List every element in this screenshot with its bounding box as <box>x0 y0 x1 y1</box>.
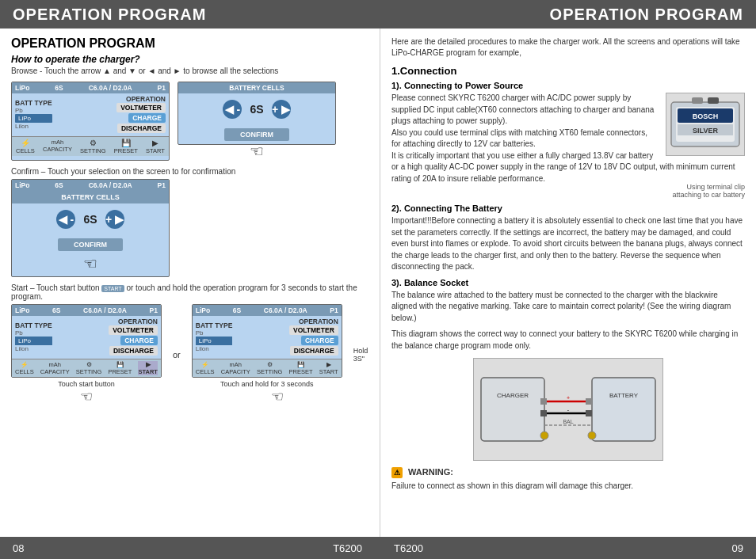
svg-text:SILVER: SILVER <box>693 127 718 135</box>
svg-text:-: - <box>567 407 570 413</box>
header-left-title: OPERATION PROGRAM <box>13 6 206 24</box>
charger-mockup-2: LiPo 6S C6.0A / D2.0A P1 BATTERY CELLS ◀… <box>11 179 170 277</box>
page-main-title: OPERATION PROGRAM <box>11 36 368 51</box>
warning-title: ⚠ WARNING: <box>391 467 745 478</box>
footer: 08 T6200 T6200 09 <box>0 537 756 559</box>
svg-point-23 <box>588 432 596 439</box>
svg-text:BATTERY: BATTERY <box>609 392 639 399</box>
charger-top-bar-1: LiPo 6S C6.0A / D2.0A P1 <box>12 82 169 93</box>
charger-bottom-bar-1: ⚡ CELLS mAh CAPACITY ⚙ SETTING 💾 PRESET <box>12 136 169 156</box>
subsection-3: 3). Balance Socket <box>391 278 745 287</box>
svg-rect-16 <box>586 398 592 405</box>
or-text: or <box>173 350 181 359</box>
subsection-2: 2). Connecting The Battery <box>391 203 745 213</box>
confirm-btn-1[interactable]: CONFIRM <box>224 128 289 141</box>
right-panel: Here are the detailed procedures to make… <box>380 29 756 537</box>
svg-rect-17 <box>540 410 547 416</box>
footer-model2: T6200 <box>394 542 423 554</box>
page-subtitle: How to operate the charger? <box>11 54 368 65</box>
cell-value-1: 6S <box>250 103 263 116</box>
subsection-1-1: 1). Connecting to Power Source <box>391 81 745 90</box>
charger-row-1: LiPo 6S C6.0A / D2.0A P1 BATT TYPE Pb Li… <box>11 82 368 161</box>
warning-icon: ⚠ <box>391 467 403 478</box>
hand-cursor-4: ☜ <box>271 388 342 405</box>
battery-cells-box-1: BATTERY CELLS ◀ - 6S + ▶ CONFIRM <box>178 82 336 145</box>
hand-cursor-1: ☜ <box>250 142 264 161</box>
hand-cursor-3: ☜ <box>11 388 162 405</box>
svg-text:BOSCH: BOSCH <box>693 112 719 120</box>
intro-text: Here are the detailed procedures to make… <box>391 36 745 59</box>
charger-row-2: LiPo 6S C6.0A / D2.0A P1 BATTERY CELLS ◀… <box>11 179 368 277</box>
battery-image: BOSCH SILVER <box>666 93 745 156</box>
footer-right-page: 09 <box>732 542 743 554</box>
warning-section: ⚠ WARNING: Failure to connect as shown i… <box>391 467 745 492</box>
browse-text: Browse - Touch the arrow ▲ and ▼ or ◄ an… <box>11 67 368 75</box>
header: OPERATION PROGRAM OPERATION PROGRAM <box>0 0 756 29</box>
footer-model1: T6200 <box>333 542 362 554</box>
svg-rect-15 <box>540 398 547 405</box>
svg-rect-10 <box>592 378 655 441</box>
image-caption: Using terminal clipattaching to car batt… <box>391 183 745 199</box>
svg-rect-18 <box>586 410 592 416</box>
start-text: Start – Touch start button START or touc… <box>11 283 368 301</box>
body-text-2: Important!!!Before connecting a battery … <box>391 215 745 273</box>
warning-text: Failure to connect as shown in this diag… <box>391 481 745 492</box>
body-text-3a: The balance wire attached to the battery… <box>391 290 745 325</box>
balance-diagram: CHARGER BATTERY + - BAL <box>473 358 663 461</box>
charger-mockup-1: LiPo 6S C6.0A / D2.0A P1 BATT TYPE Pb Li… <box>11 82 170 161</box>
body-text-3b: This diagram shows the correct way to co… <box>391 329 745 352</box>
charger-mockup-3: LiPo 6S C6.0A / D2.0A P1 BATT TYPE Pb Li… <box>11 304 162 378</box>
svg-text:BAL: BAL <box>563 419 573 424</box>
main-content: OPERATION PROGRAM How to operate the cha… <box>0 29 756 537</box>
header-right-title: OPERATION PROGRAM <box>550 6 743 24</box>
svg-rect-6 <box>692 97 703 104</box>
charger-mockup-4: LiPo 6S C6.0A / D2.0A P1 BATT TYPE Pb Li… <box>192 304 342 378</box>
confirm-section: Confirm – Touch your selection on the sc… <box>11 167 368 176</box>
confirm-btn-2[interactable]: CONFIRM <box>58 238 123 251</box>
cell-minus-btn-2[interactable]: ◀ - <box>56 210 75 229</box>
charger-label-3: Touch start button <box>11 380 162 388</box>
hand-cursor-2: ☜ <box>12 254 169 273</box>
svg-rect-8 <box>481 378 544 441</box>
charger-body-1: BATT TYPE Pb LiPo Lilon OPERATION VOLTME… <box>12 93 169 136</box>
section-1-title: 1.Connection <box>391 65 745 77</box>
hold-label: Hold3S" <box>353 347 368 363</box>
svg-point-22 <box>540 432 548 439</box>
svg-text:CHARGER: CHARGER <box>497 392 529 399</box>
svg-rect-7 <box>708 97 719 104</box>
start-row: LiPo 6S C6.0A / D2.0A P1 BATT TYPE Pb Li… <box>11 304 368 405</box>
cell-minus-btn-1[interactable]: ◀ - <box>223 100 242 119</box>
charger-label-4: Touch and hold for 3 seconds <box>192 380 342 388</box>
cell-plus-btn-1[interactable]: + ▶ <box>272 100 291 119</box>
svg-text:+: + <box>567 395 570 401</box>
left-panel: OPERATION PROGRAM How to operate the cha… <box>0 29 380 537</box>
footer-left-page: 08 <box>13 542 24 554</box>
cell-plus-btn-2[interactable]: + ▶ <box>105 210 124 229</box>
